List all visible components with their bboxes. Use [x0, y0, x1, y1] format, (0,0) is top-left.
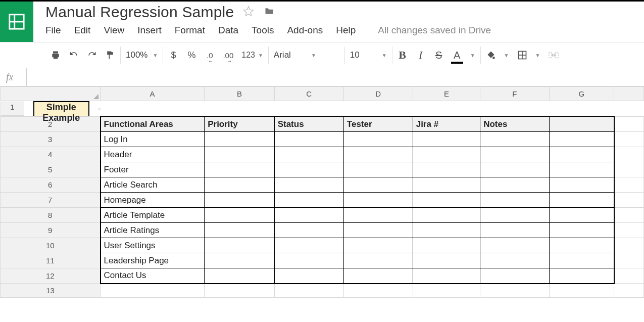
decrease-decimal-button[interactable]: .0 ←	[205, 48, 215, 63]
cell[interactable]	[205, 238, 274, 253]
row-header[interactable]: 5	[1, 162, 101, 177]
cell[interactable]	[614, 238, 644, 253]
row-header[interactable]: 7	[1, 193, 101, 208]
cell[interactable]: Leadership Page	[101, 253, 205, 268]
cell[interactable]	[205, 132, 274, 147]
row-header[interactable]: 3	[1, 132, 101, 147]
format-percent-button[interactable]: %	[186, 48, 196, 63]
cell[interactable]	[205, 193, 274, 208]
cell[interactable]	[614, 253, 644, 268]
cell[interactable]	[413, 162, 480, 177]
cell[interactable]	[101, 284, 205, 298]
format-currency-button[interactable]: $	[168, 48, 178, 63]
chevron-down-icon[interactable]: ▼	[504, 53, 509, 58]
borders-button[interactable]	[517, 48, 527, 63]
cell[interactable]	[413, 253, 480, 268]
col-header-G[interactable]: G	[549, 87, 614, 101]
cell[interactable]	[205, 177, 274, 193]
row-header[interactable]: 13	[1, 284, 101, 298]
row-header[interactable]: 10	[1, 238, 101, 253]
cell[interactable]	[549, 117, 614, 132]
cell[interactable]	[274, 268, 343, 284]
row-header[interactable]: 1	[1, 102, 25, 116]
col-header-blank[interactable]	[614, 87, 644, 101]
cell[interactable]	[549, 238, 614, 253]
menu-insert[interactable]: Insert	[137, 25, 162, 36]
cell[interactable]	[343, 132, 413, 147]
formula-input[interactable]	[26, 68, 644, 86]
cell[interactable]	[480, 268, 549, 284]
cell[interactable]	[614, 208, 644, 223]
cell[interactable]	[614, 117, 644, 132]
row-header[interactable]: 9	[1, 223, 101, 238]
cell-title[interactable]: Simple Example	[33, 101, 89, 116]
cell[interactable]	[614, 147, 644, 162]
undo-icon[interactable]	[69, 48, 79, 63]
text-color-button[interactable]: A	[452, 48, 462, 63]
cell[interactable]	[413, 223, 480, 238]
cell[interactable]	[614, 223, 644, 238]
col-header-B[interactable]: B	[205, 87, 274, 101]
col-header-D[interactable]: D	[343, 87, 413, 101]
row-header[interactable]: 12	[1, 268, 101, 284]
cell[interactable]	[549, 147, 614, 162]
cell[interactable]: User Settings	[101, 238, 205, 253]
redo-icon[interactable]	[87, 48, 97, 63]
cell-header[interactable]: Tester	[343, 117, 413, 132]
cell[interactable]	[480, 162, 549, 177]
cell[interactable]	[205, 147, 274, 162]
cell[interactable]	[413, 147, 480, 162]
menu-addons[interactable]: Add-ons	[287, 25, 323, 36]
cell[interactable]: Contact Us	[101, 268, 205, 284]
cell[interactable]	[614, 284, 644, 298]
cell[interactable]	[205, 284, 274, 298]
cell-header[interactable]: Notes	[480, 117, 549, 132]
cell[interactable]	[549, 284, 614, 298]
cell[interactable]	[413, 208, 480, 223]
cell[interactable]	[343, 284, 413, 298]
print-icon[interactable]	[51, 48, 61, 63]
cell[interactable]	[413, 193, 480, 208]
cell-header[interactable]: Functional Areas	[101, 117, 205, 132]
font-size-selector[interactable]: 10 ▼	[350, 50, 387, 60]
cell[interactable]	[480, 132, 549, 147]
row-header[interactable]: 8	[1, 208, 101, 223]
cell[interactable]	[413, 268, 480, 284]
cell[interactable]	[274, 238, 343, 253]
col-header-E[interactable]: E	[413, 87, 480, 101]
cell[interactable]: Homepage	[101, 193, 205, 208]
cell[interactable]	[205, 208, 274, 223]
zoom-selector[interactable]: 100% ▼	[126, 50, 158, 60]
cell[interactable]	[274, 193, 343, 208]
cell-header[interactable]: Priority	[205, 117, 274, 132]
folder-icon[interactable]	[263, 6, 275, 18]
cell[interactable]	[480, 208, 549, 223]
cell[interactable]	[614, 162, 644, 177]
cell[interactable]	[343, 238, 413, 253]
menu-format[interactable]: Format	[175, 25, 205, 36]
menu-view[interactable]: View	[104, 25, 124, 36]
cell[interactable]	[343, 147, 413, 162]
bold-button[interactable]: B	[398, 48, 408, 63]
cell[interactable]	[274, 162, 343, 177]
cell[interactable]: Article Ratings	[101, 223, 205, 238]
menu-help[interactable]: Help	[336, 25, 356, 36]
cell[interactable]: Article Template	[101, 208, 205, 223]
strikethrough-button[interactable]: S	[434, 48, 444, 63]
cell[interactable]	[549, 253, 614, 268]
spreadsheet-grid[interactable]: A B C D E F G 1 Simple Example 2 Functio…	[0, 86, 644, 298]
row-header[interactable]: 6	[1, 177, 101, 193]
cell[interactable]	[205, 268, 274, 284]
cell[interactable]	[480, 147, 549, 162]
cell[interactable]	[343, 177, 413, 193]
col-header-F[interactable]: F	[480, 87, 549, 101]
cell[interactable]	[343, 223, 413, 238]
cell[interactable]	[98, 108, 101, 110]
cell[interactable]	[549, 208, 614, 223]
document-title[interactable]: Manual Regression Sample	[45, 4, 234, 21]
cell[interactable]: Log In	[101, 132, 205, 147]
cell[interactable]: Footer	[101, 162, 205, 177]
cell[interactable]	[205, 162, 274, 177]
italic-button[interactable]: I	[416, 48, 426, 63]
cell-header[interactable]: Jira #	[413, 117, 480, 132]
